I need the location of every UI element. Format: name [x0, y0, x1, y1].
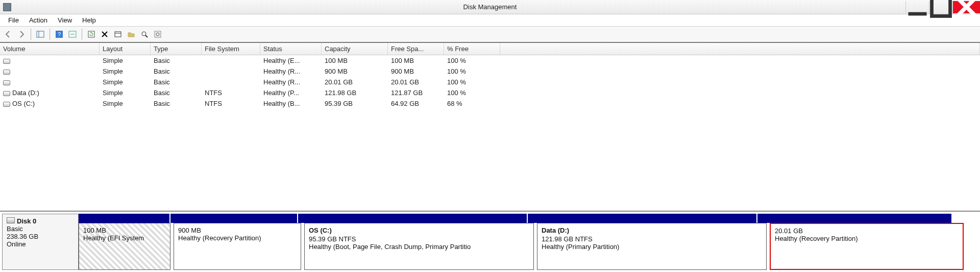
- cell-pct: 100 %: [444, 77, 500, 87]
- cell-pct: 100 %: [444, 66, 500, 76]
- partition[interactable]: OS (C:)95.39 GB NTFSHealthy (Boot, Page …: [304, 223, 534, 270]
- cell-capacity: 95.39 GB: [322, 99, 388, 108]
- cell-free: 900 MB: [388, 66, 444, 76]
- open-button[interactable]: [125, 28, 137, 40]
- close-button[interactable]: [952, 1, 980, 13]
- volume-list: Volume Layout Type File System Status Ca…: [0, 43, 980, 211]
- partition[interactable]: 900 MBHealthy (Recovery Partition): [174, 223, 301, 270]
- toolbar: ?: [0, 27, 980, 43]
- cell-layout: Simple: [100, 88, 151, 98]
- volume-icon: [3, 80, 10, 85]
- disk-size: 238.36 GB: [7, 233, 74, 240]
- partition-label: Data (D:): [542, 226, 762, 234]
- menu-file[interactable]: File: [3, 15, 24, 26]
- cell-status: Healthy (P...: [260, 88, 322, 98]
- table-row[interactable]: SimpleBasicHealthy (R...900 MB900 MB100 …: [0, 66, 980, 77]
- cell-fs: [202, 60, 260, 62]
- col-capacity[interactable]: Capacity: [322, 43, 388, 55]
- refresh-button[interactable]: [85, 28, 97, 40]
- delete-button[interactable]: [99, 28, 111, 40]
- explore-button[interactable]: [138, 28, 151, 40]
- maximize-button[interactable]: [929, 1, 952, 13]
- partition[interactable]: 20.01 GBHealthy (Recovery Partition): [770, 223, 964, 270]
- action-button[interactable]: [66, 28, 79, 40]
- partition[interactable]: 100 MBHealthy (EFI System: [79, 223, 170, 270]
- col-volume[interactable]: Volume: [0, 43, 100, 55]
- disk-name: Disk 0: [17, 217, 36, 225]
- col-pctfree[interactable]: % Free: [444, 43, 500, 55]
- back-button[interactable]: [2, 28, 14, 40]
- disk-graphical-pane: Disk 0 Basic 238.36 GB Online 100 MBHeal…: [0, 211, 980, 272]
- table-row[interactable]: SimpleBasicHealthy (E...100 MB100 MB100 …: [0, 55, 980, 66]
- partition-size: 95.39 GB NTFS: [309, 235, 529, 243]
- svg-text:?: ?: [58, 31, 61, 37]
- help-button[interactable]: ?: [53, 28, 65, 40]
- app-icon: [3, 3, 11, 11]
- svg-rect-4: [37, 31, 44, 37]
- col-type[interactable]: Type: [151, 43, 202, 55]
- partition-size: 121.98 GB NTFS: [542, 235, 762, 243]
- volume-icon: [3, 59, 10, 64]
- cell-capacity: 121.98 GB: [322, 88, 388, 98]
- settings-button[interactable]: [152, 28, 164, 40]
- disk-icon: [7, 217, 15, 223]
- minimize-button[interactable]: [905, 1, 929, 13]
- show-hide-tree-button[interactable]: [34, 28, 46, 40]
- menu-view[interactable]: View: [53, 15, 77, 26]
- disk-label[interactable]: Disk 0 Basic 238.36 GB Online: [2, 214, 79, 270]
- disk-type: Basic: [7, 225, 74, 233]
- col-layout[interactable]: Layout: [100, 43, 151, 55]
- cell-fs: [202, 81, 260, 83]
- volume-rows: SimpleBasicHealthy (E...100 MB100 MB100 …: [0, 55, 980, 211]
- cell-free: 20.01 GB: [388, 77, 444, 87]
- menu-bar: File Action View Help: [0, 14, 980, 27]
- cell-layout: Simple: [100, 66, 151, 76]
- window-title: Disk Management: [0, 3, 980, 11]
- partition-status: Healthy (Recovery Partition): [775, 235, 959, 242]
- disk-row: Disk 0 Basic 238.36 GB Online 100 MBHeal…: [2, 214, 978, 270]
- partition-status: Healthy (Primary Partition): [542, 243, 762, 251]
- cell-volume: OS (C:): [12, 100, 35, 107]
- forward-button[interactable]: [15, 28, 28, 40]
- disk-state: Online: [7, 240, 74, 248]
- cell-layout: Simple: [100, 99, 151, 108]
- cell-fs: NTFS: [202, 99, 260, 108]
- cell-type: Basic: [151, 56, 202, 65]
- svg-rect-16: [155, 31, 161, 37]
- table-row[interactable]: Data (D:)SimpleBasicNTFSHealthy (P...121…: [0, 87, 980, 98]
- partition-status: Healthy (EFI System: [83, 234, 166, 242]
- cell-capacity: 900 MB: [322, 66, 388, 76]
- volume-icon: [3, 91, 10, 96]
- cell-free: 64.92 GB: [388, 99, 444, 108]
- cell-status: Healthy (E...: [260, 56, 322, 65]
- col-free[interactable]: Free Spa...: [388, 43, 444, 55]
- cell-layout: Simple: [100, 56, 151, 65]
- cell-type: Basic: [151, 77, 202, 87]
- cell-status: Healthy (R...: [260, 77, 322, 87]
- cell-status: Healthy (B...: [260, 99, 322, 108]
- menu-action[interactable]: Action: [24, 15, 53, 26]
- cell-free: 100 MB: [388, 56, 444, 65]
- cell-fs: NTFS: [202, 88, 260, 98]
- table-row[interactable]: SimpleBasicHealthy (R...20.01 GB20.01 GB…: [0, 77, 980, 87]
- cell-type: Basic: [151, 66, 202, 76]
- cell-pct: 100 %: [444, 56, 500, 65]
- partition-label: OS (C:): [309, 226, 529, 234]
- svg-line-15: [145, 35, 148, 37]
- cell-layout: Simple: [100, 77, 151, 87]
- menu-help[interactable]: Help: [77, 15, 101, 26]
- partition-size: 20.01 GB: [775, 227, 959, 235]
- title-bar: Disk Management: [0, 0, 980, 14]
- partition-status: Healthy (Recovery Partition): [178, 234, 297, 242]
- volume-icon: [3, 102, 10, 107]
- column-headers: Volume Layout Type File System Status Ca…: [0, 43, 980, 55]
- col-filesystem[interactable]: File System: [202, 43, 260, 55]
- properties-button[interactable]: [112, 28, 124, 40]
- col-spacer: [500, 43, 980, 55]
- partition[interactable]: Data (D:)121.98 GB NTFSHealthy (Primary …: [537, 223, 767, 270]
- col-status[interactable]: Status: [260, 43, 322, 55]
- cell-free: 121.87 GB: [388, 88, 444, 98]
- cell-capacity: 20.01 GB: [322, 77, 388, 87]
- table-row[interactable]: OS (C:)SimpleBasicNTFSHealthy (B...95.39…: [0, 98, 980, 109]
- svg-rect-12: [115, 32, 121, 37]
